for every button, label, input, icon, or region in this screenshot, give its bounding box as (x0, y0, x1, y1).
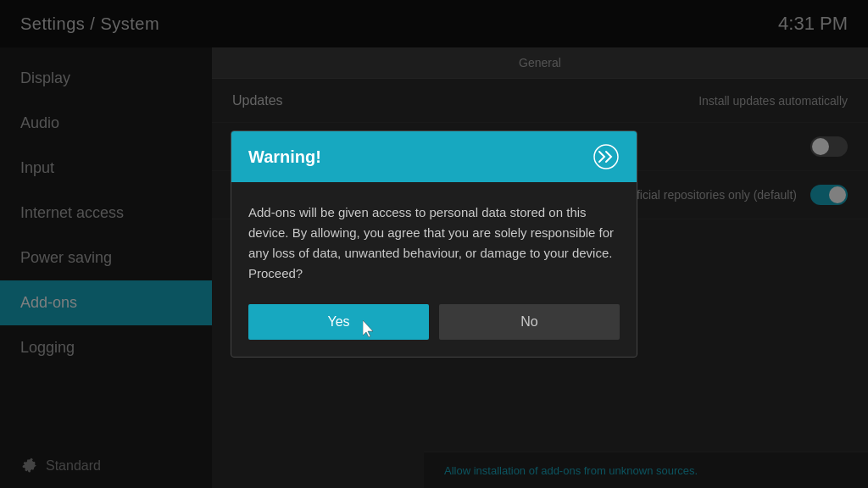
warning-dialog: Warning! Add-ons will be given access to… (231, 130, 637, 358)
svg-point-0 (594, 145, 618, 169)
dialog-header: Warning! (231, 131, 637, 182)
yes-button[interactable]: Yes (248, 304, 429, 340)
dialog-buttons: Yes No (231, 304, 637, 357)
dialog-title: Warning! (248, 147, 321, 167)
dialog-body: Add-ons will be given access to personal… (231, 182, 637, 304)
kodi-icon (593, 143, 620, 170)
no-button[interactable]: No (439, 304, 620, 340)
